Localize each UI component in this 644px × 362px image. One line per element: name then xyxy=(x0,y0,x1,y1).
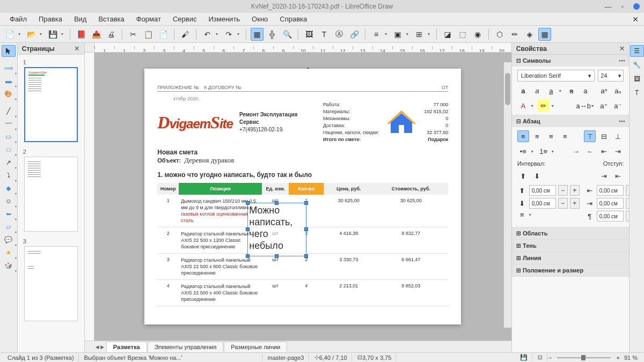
indent-dec-icon[interactable]: ⇤ xyxy=(612,170,624,182)
export-pdf-button[interactable]: 📕 xyxy=(75,28,87,41)
menu-window[interactable]: Окно xyxy=(246,14,273,24)
maximize-button[interactable]: ▫ xyxy=(621,3,624,11)
arrow-tool[interactable]: ↗▾ xyxy=(2,157,16,168)
sidebar-gallery-tab[interactable]: 🖼 xyxy=(630,73,644,85)
resize-handle[interactable] xyxy=(246,227,250,231)
page-thumb-3[interactable]: ▬▬▬▬▬▬▬▬▬▬▬▬▬▬▬▬▬▬▬▬▬▬▬▬ xyxy=(24,246,78,321)
distribute-button[interactable]: ⊞ xyxy=(413,28,426,41)
close-document-button[interactable]: ✕ xyxy=(632,15,639,24)
resize-handle[interactable] xyxy=(275,201,279,205)
menu-edit[interactable]: Правка xyxy=(33,14,68,24)
filter-button[interactable]: ◉ xyxy=(471,28,484,41)
close-button[interactable] xyxy=(633,3,640,10)
zoom-tool[interactable]: ⟹▾ xyxy=(2,62,16,74)
indent-inc-button[interactable]: ⇥ xyxy=(612,145,624,157)
indent-dec-button[interactable]: ⇤ xyxy=(598,145,610,157)
valign-bottom-button[interactable]: ⊥ xyxy=(612,130,624,142)
resize-handle[interactable] xyxy=(304,254,308,258)
zoom-button[interactable]: 🔍 xyxy=(281,28,294,41)
valign-top-button[interactable]: ⊤ xyxy=(584,130,596,142)
close-pages-panel[interactable]: ✕ xyxy=(74,45,80,53)
section-paragraph[interactable]: ⊟ Абзац⋯ xyxy=(512,115,630,127)
basic-shapes-tool[interactable]: ◆▾ xyxy=(2,182,16,194)
subscript-button[interactable]: aₐ xyxy=(612,85,624,97)
fit-page-button[interactable]: ⊡ xyxy=(533,354,547,361)
crop-button[interactable]: ⬚ xyxy=(456,28,469,41)
italic-button[interactable]: a xyxy=(531,85,543,97)
highlight-button[interactable]: ✏ xyxy=(538,100,550,112)
page-viewport[interactable]: ↖ ПРИЛОЖЕНИЕ № К ДОГОВОРУ № ОТ ктябр 202… xyxy=(94,53,511,341)
close-properties[interactable]: ✕ xyxy=(619,45,625,53)
strike-button[interactable]: a xyxy=(566,85,577,97)
menu-file[interactable]: Файл xyxy=(4,14,32,24)
valign-middle-button[interactable]: ⊟ xyxy=(598,130,610,142)
resize-handle[interactable] xyxy=(275,254,279,258)
superscript-button[interactable]: aᵃ xyxy=(598,85,610,97)
arrange-button[interactable]: ▣ xyxy=(391,28,404,41)
edit-points-button[interactable]: ✏ xyxy=(508,28,521,41)
selected-text-frame[interactable]: Можно написать, чего небыло xyxy=(247,203,306,256)
snap-button[interactable]: ╬ xyxy=(266,28,279,41)
sidebar-properties-tab[interactable]: ☰ xyxy=(630,45,644,57)
resize-handle[interactable] xyxy=(304,201,308,205)
zoom-value[interactable]: 91 % xyxy=(621,354,641,361)
insert-image-button[interactable]: 🖼 xyxy=(303,28,316,41)
copy-button[interactable]: 📋 xyxy=(142,28,155,41)
align-right-button[interactable]: ≡ xyxy=(545,130,557,142)
shadow-text-button[interactable]: a xyxy=(580,85,591,97)
section-shadow[interactable]: ⊞ Тень xyxy=(512,240,630,252)
fill-color-tool[interactable]: 🎨▾ xyxy=(2,88,16,100)
shapes-button[interactable]: ⬡ xyxy=(493,28,506,41)
sidebar-navigator-tab[interactable]: T xyxy=(630,87,644,99)
bold-button[interactable]: a xyxy=(517,85,529,97)
horizontal-ruler[interactable]: 11234567891011121314151617181920 xyxy=(85,43,511,53)
underline-button[interactable]: a xyxy=(545,85,557,97)
tab-layout[interactable]: Разметка xyxy=(106,342,147,352)
tab-controls[interactable]: Элементы управления xyxy=(148,342,224,352)
resize-handle[interactable] xyxy=(246,254,250,258)
line-color-tool[interactable]: ▬▾ xyxy=(2,75,16,87)
shadow-button[interactable]: ◪ xyxy=(441,28,454,41)
resize-handle[interactable] xyxy=(304,227,308,231)
numbering-button[interactable]: 1≡ xyxy=(538,145,550,157)
bullets-button[interactable]: •≡ xyxy=(517,145,529,157)
page-thumbnails[interactable]: 1DvigaemSite▬▬▬▬▬▬▬▬▬▬▬▬▬▬▬▬▬▬▬▬▬▬▬▬▬▬▬▬… xyxy=(18,55,84,352)
zoom-slider[interactable] xyxy=(557,357,611,358)
section-position[interactable]: ⊞ Положение и размер xyxy=(512,264,630,276)
status-save-icon[interactable]: 💾 xyxy=(516,354,532,361)
tab-dimlines[interactable]: Размерные линии xyxy=(224,342,287,352)
status-master[interactable]: master-page3 xyxy=(264,354,309,361)
align-button[interactable]: ≡ xyxy=(370,28,383,41)
rtl-button[interactable]: ← xyxy=(584,145,596,157)
connector-tool[interactable]: ⤵▾ xyxy=(2,169,16,181)
fontwork-button[interactable]: Ⓐ xyxy=(333,28,346,41)
increase-spacing-button[interactable]: a⁺ xyxy=(598,100,610,112)
font-size-input[interactable]: 24▾ xyxy=(598,70,624,82)
line-tool[interactable]: ╱▾ xyxy=(2,105,16,117)
align-left-button[interactable]: ≡ xyxy=(517,130,529,142)
page-thumb-2[interactable]: ▬▬▬▬▬▬▬▬▬▬▬▬▬▬▬▬▬▬▬▬▬▬▬▬▬▬▬▬▬▬▬▬▬▬▬▬▬▬▬▬… xyxy=(24,157,78,232)
print-button[interactable]: 🖨 xyxy=(105,28,118,41)
redo-button[interactable]: ↷ xyxy=(222,28,235,41)
stars-tool[interactable]: ★▾ xyxy=(2,247,16,258)
ellipse-tool[interactable]: ⬭▾ xyxy=(2,144,16,156)
hyperlink-button[interactable]: 🔗 xyxy=(348,28,361,41)
document-page[interactable]: ПРИЛОЖЕНИЕ № К ДОГОВОРУ № ОТ ктябр 2020.… xyxy=(144,69,461,324)
spacing-inc-button[interactable]: ⬆ xyxy=(517,170,529,182)
new-button[interactable]: 📄 xyxy=(3,28,16,41)
section-character[interactable]: ⊟ Символы⋯ xyxy=(512,55,630,67)
sidebar-styles-tab[interactable]: 🔧 xyxy=(630,59,644,71)
menu-help[interactable]: Справка xyxy=(274,14,312,24)
decrease-spacing-button[interactable]: a⁻ xyxy=(612,100,624,112)
open-button[interactable]: 📂 xyxy=(25,28,38,41)
callout-tool[interactable]: 💬▾ xyxy=(2,234,16,246)
menu-format[interactable]: Формат xyxy=(131,14,166,24)
section-line[interactable]: ⊞ Линия xyxy=(512,252,630,264)
cut-button[interactable]: ✂ xyxy=(127,28,140,41)
resize-handle[interactable] xyxy=(246,201,250,205)
block-arrows-tool[interactable]: ⬅▾ xyxy=(2,208,16,220)
curve-tool[interactable]: 〰▾ xyxy=(2,118,16,130)
ltr-button[interactable]: → xyxy=(570,145,582,157)
char-spacing-button[interactable]: a↔b xyxy=(577,100,589,112)
section-area[interactable]: ⊞ Область xyxy=(512,227,630,239)
